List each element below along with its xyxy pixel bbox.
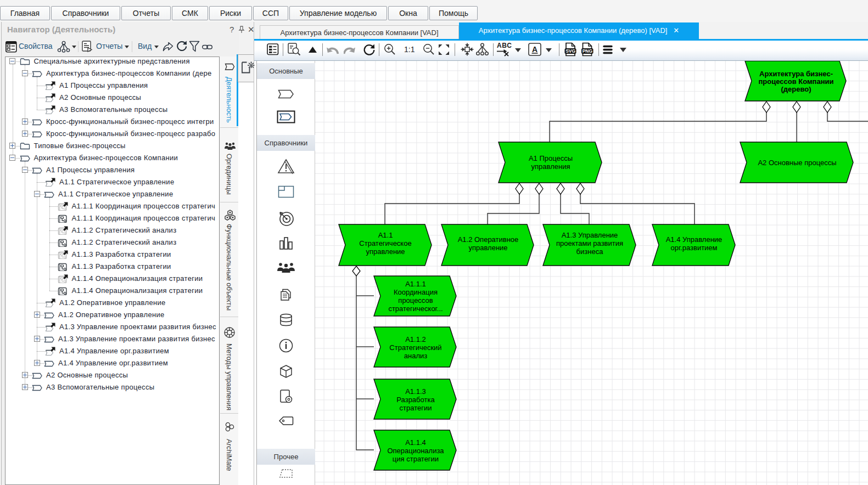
svg-text:А1.4 Управление: А1.4 Управление bbox=[666, 235, 723, 244]
svg-text:А1.1: А1.1 bbox=[378, 231, 393, 239]
svg-text:(дерево): (дерево) bbox=[781, 85, 811, 93]
svg-text:стратегическог...: стратегическог... bbox=[388, 304, 443, 313]
svg-text:А1.2 Оперативное: А1.2 Оперативное bbox=[458, 235, 519, 244]
svg-text:Операционализа: Операционализа bbox=[387, 447, 444, 455]
svg-text:анализ: анализ bbox=[404, 352, 427, 360]
svg-text:ABC: ABC bbox=[497, 42, 512, 49]
svg-text:SVG: SVG bbox=[565, 48, 575, 54]
svg-text:проектами развития: проектами развития bbox=[556, 239, 623, 247]
svg-text:орг.развитием: орг.развитием bbox=[670, 244, 717, 252]
svg-text:управление: управление bbox=[468, 244, 507, 252]
svg-text:управления: управления bbox=[531, 162, 570, 171]
svg-text:Стратегический: Стратегический bbox=[389, 343, 441, 352]
svg-text:А1.1.4: А1.1.4 bbox=[405, 438, 426, 447]
svg-text:процессов Компании: процессов Компании bbox=[758, 77, 833, 86]
svg-text:A: A bbox=[532, 45, 537, 54]
svg-text:А1.1.2: А1.1.2 bbox=[405, 335, 426, 343]
svg-text:PNG: PNG bbox=[583, 48, 593, 54]
svg-text:А1.1.1: А1.1.1 bbox=[405, 280, 426, 288]
svg-text:ция стратегии: ция стратегии bbox=[393, 455, 439, 463]
svg-text:процессов: процессов bbox=[398, 296, 433, 304]
svg-text:А2 Основные процессы: А2 Основные процессы bbox=[758, 159, 836, 167]
svg-text:А1.1.3: А1.1.3 bbox=[405, 387, 426, 396]
svg-text:А1.3 Управление: А1.3 Управление bbox=[562, 231, 618, 239]
svg-text:стратегии: стратегии bbox=[400, 404, 432, 412]
svg-text:Архитектура бизнес-: Архитектура бизнес- bbox=[759, 70, 833, 78]
svg-text:А1 Процессы: А1 Процессы bbox=[529, 154, 573, 162]
svg-text:управление: управление bbox=[366, 247, 405, 256]
svg-text:бизнеса: бизнеса bbox=[576, 247, 604, 256]
svg-text:Стратегическое: Стратегическое bbox=[359, 239, 411, 247]
svg-text:Координация: Координация bbox=[394, 288, 438, 296]
svg-text:Разработка: Разработка bbox=[396, 396, 435, 404]
